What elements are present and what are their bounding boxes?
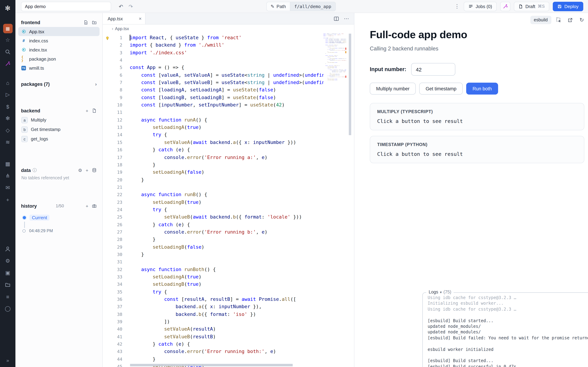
code-line[interactable]: 21 [103,184,324,191]
tab-app-tsx[interactable]: App.tsx × [103,13,145,24]
calendar-icon[interactable]: ▦ [2,159,13,169]
new-script-icon[interactable] [92,108,97,113]
code-line[interactable]: 1import React, { useState } from 'react' [103,34,324,42]
code-line[interactable]: 25 setValueB(await backend.b({ format: '… [103,213,324,221]
code-line[interactable]: 22 async function runB() { [103,191,324,198]
code-line[interactable]: 39 ]) [103,318,324,325]
home-icon[interactable]: ⌂ [2,77,13,88]
code-line[interactable]: 38 backend.b({ format: 'iso' }) [103,310,324,318]
input-number-field[interactable] [411,63,455,76]
file-item-index-css[interactable]: #index.css [18,36,100,45]
code-line[interactable]: 9 const [loadingB, setLoadingB] = useSta… [103,94,324,101]
magic-wand-icon[interactable] [2,58,13,69]
schedules-icon[interactable]: ◇ [2,125,13,135]
flows-branch-icon[interactable]: ⋔ [2,171,13,181]
settings-gear-icon[interactable]: ⚙ [2,256,13,266]
logs-header[interactable]: Logs ▾ (75) [426,290,454,294]
code-line[interactable]: 30 } [103,251,324,258]
minimap[interactable]: import React, { useState } from 'react'i… [323,34,346,90]
code-line[interactable]: 6 const [valueA, setValueA] = useState<s… [103,71,324,79]
audit-list-icon[interactable]: ≡ [2,291,13,302]
code-line[interactable]: 40 setValueA(resultA) [103,325,324,333]
history-add-icon[interactable]: + [86,203,88,209]
code-line[interactable]: 41 setValueB(resultB) [103,333,324,341]
resources-layers-icon[interactable]: ≋ [2,137,13,147]
more-menu-icon[interactable]: ⋮ [454,3,460,9]
editor-more-icon[interactable]: ⋯ [344,15,349,22]
app-name-input[interactable] [21,2,111,11]
run-both-button[interactable]: Run both [466,83,498,95]
code-line[interactable]: 5const App = () => { [103,64,324,71]
code-line[interactable]: 16 } catch (e) { [103,146,324,154]
new-file-icon[interactable] [83,20,88,25]
deploy-button[interactable]: Deploy [553,1,583,11]
database-icon[interactable] [92,168,97,173]
code-line[interactable]: 10 const [inputNumber, setInputNumber] =… [103,101,324,109]
code-line[interactable]: 44 } [103,355,324,363]
path-control[interactable]: ✎Path f/all/demo_app [266,2,336,11]
code-line[interactable]: 27 console.error('Error running b:', e) [103,228,324,236]
code-line[interactable]: 15 setValueA(await backend.a({ x: inputN… [103,139,324,146]
code-line[interactable]: 33 setLoadingA(true) [103,273,324,281]
code-line[interactable]: 14 try { [103,131,324,139]
code-line[interactable]: 32 async function runBoth() { [103,266,324,273]
code-line[interactable]: 31 [103,258,324,266]
vertical-scrollbar[interactable] [349,34,351,135]
code-line[interactable]: 42 } catch (e) { [103,340,324,348]
expand-rail-icon[interactable]: » [2,355,13,366]
version-circle-icon[interactable] [22,229,26,232]
active-app-icon[interactable]: ▦ [3,24,12,33]
ai-assistant-button[interactable] [500,1,510,11]
logs-content[interactable]: Using idb cache for csstype@3.2.3 …Initi… [423,293,588,367]
code-line[interactable]: 34 setLoadingB(true) [103,281,324,288]
code-line[interactable]: 20 } [103,176,324,184]
file-item-app-tsx[interactable]: App.tsx [18,27,100,36]
code-line[interactable]: 7 const [valueB, setValueB] = useState<s… [103,79,324,86]
refresh-icon[interactable]: ↻ [578,16,586,24]
current-version-label[interactable]: Current [29,215,50,220]
code-line[interactable]: 26 } catch (e) { [103,221,324,228]
runnable-item-get-logs[interactable]: cget_logs [18,134,100,144]
code-line[interactable]: 35 try { [103,288,324,296]
close-tab-icon[interactable]: × [139,16,142,21]
horizontal-scrollbar[interactable] [130,364,293,366]
data-settings-gear-icon[interactable]: ⚙ [78,167,82,173]
add-runnable-icon[interactable]: + [86,108,88,113]
runnable-item-get-timestamp[interactable]: bGet timestamp [18,125,100,134]
split-editor-icon[interactable] [334,16,339,21]
windmill-logo-icon[interactable]: ✻ [2,3,13,13]
search-icon[interactable] [2,47,13,57]
code-line[interactable]: 23 setLoadingB(true) [103,198,324,206]
code-line[interactable]: 17 console.error('Error running a:', e) [103,154,324,161]
hub-icon[interactable]: ✻ [2,113,13,124]
breadcrumb[interactable]: › App.tsx [103,25,354,33]
help-circle-icon[interactable]: ◯ [2,303,13,314]
code-line[interactable]: 18 } [103,161,324,169]
runs-play-icon[interactable]: ▷ [2,89,13,100]
mail-icon[interactable]: ✉ [2,183,13,193]
code-line[interactable]: 43 console.error('Error running both:', … [103,348,324,355]
get-timestamp-button[interactable]: Get timestamp [419,83,463,95]
variables-dollar-icon[interactable]: $ [2,101,13,112]
code-line[interactable]: 4 [103,56,324,64]
code-line[interactable]: 28 } [103,236,324,243]
undo-icon[interactable]: ↶ [116,2,126,11]
info-icon[interactable]: ⓘ [33,167,37,173]
multiply-number-button[interactable]: Multiply number [370,83,416,95]
inspect-select-icon[interactable] [554,16,563,24]
open-external-icon[interactable] [566,16,574,24]
code-line[interactable]: 19 setLoadingA(false) [103,168,324,176]
folders-icon[interactable] [2,279,13,290]
snapshot-camera-icon[interactable] [92,203,97,208]
code-area[interactable]: 1import React, { useState } from 'react'… [103,33,354,367]
file-item-index-tsx[interactable]: index.tsx [18,45,100,54]
add-plus-icon[interactable]: + [2,194,13,205]
code-line[interactable]: 37 backend.a({ x: inputNumber }), [103,303,324,311]
redo-icon[interactable]: ↷ [126,2,135,11]
code-line[interactable]: 8 const [loadingA, setLoadingA] = useSta… [103,86,324,94]
jobs-button[interactable]: Jobs (0) [464,1,497,11]
new-folder-icon[interactable] [92,20,97,25]
code-line[interactable]: 36 const [resultA, resultB] = await Prom… [103,296,324,303]
code-line[interactable]: 12 async function runA() { [103,116,324,124]
favorites-star-icon[interactable]: ☆ [2,35,13,45]
